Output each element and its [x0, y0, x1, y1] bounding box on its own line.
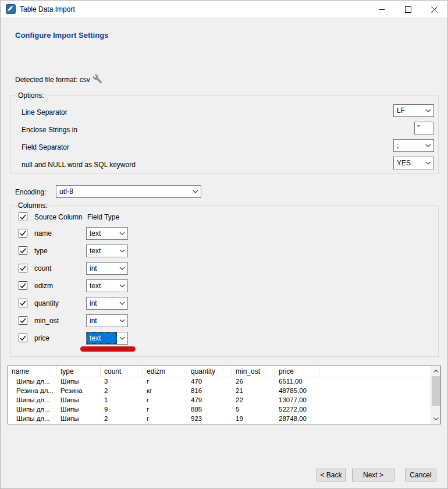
- preview-header-filler: [319, 366, 431, 377]
- column-checkbox-quantity[interactable]: [19, 299, 27, 307]
- enclose-strings-input[interactable]: [414, 122, 434, 134]
- chevron-down-icon: [117, 249, 127, 253]
- preview-header[interactable]: quantity: [187, 366, 232, 377]
- column-checkbox-price[interactable]: [19, 334, 27, 342]
- source-column-header: Source Column: [34, 213, 83, 221]
- column-checkbox-edizm[interactable]: [19, 281, 27, 290]
- null-keyword-select[interactable]: YES: [393, 157, 434, 169]
- chevron-down-icon: [117, 336, 127, 340]
- mysql-dolphin-icon: [6, 4, 16, 14]
- field-type-select-type[interactable]: text: [86, 245, 128, 257]
- chevron-down-icon: [117, 302, 127, 305]
- column-label-type: type: [34, 247, 48, 255]
- select-all-columns-checkbox[interactable]: [19, 212, 27, 221]
- options-group: Options: Line Separator LF Enclose Strin…: [10, 95, 439, 174]
- table-row[interactable]: Шипы дл... Шипы 9 г 885 5 52272,00: [8, 405, 431, 414]
- chevron-down-icon: [117, 319, 127, 323]
- preview-header[interactable]: type: [57, 366, 101, 377]
- line-separator-label: Line Separator: [22, 108, 67, 117]
- red-underline-annotation: [80, 346, 136, 352]
- enclose-strings-label: Enclose Strings in: [22, 126, 77, 134]
- column-label-min-ost: min_ost: [34, 317, 59, 325]
- column-label-quantity: quantity: [34, 299, 59, 307]
- wrench-icon[interactable]: [93, 74, 102, 86]
- column-label-count: count: [34, 264, 51, 272]
- field-type-select-quantity[interactable]: int: [86, 297, 128, 310]
- columns-group: Columns: Source Column Field Type name t…: [10, 205, 439, 357]
- scroll-up-icon[interactable]: [431, 366, 440, 376]
- columns-legend: Columns:: [16, 201, 50, 210]
- field-type-select-count[interactable]: int: [86, 262, 128, 275]
- preview-header[interactable]: price: [275, 366, 319, 377]
- field-type-select-edizm[interactable]: text: [86, 279, 128, 292]
- table-data-import-window: Table Data Import Configure Import Setti…: [0, 0, 448, 489]
- field-separator-label: Field Separator: [22, 143, 69, 152]
- column-checkbox-count[interactable]: [19, 264, 27, 272]
- field-type-select-min-ost[interactable]: int: [86, 314, 128, 327]
- chevron-down-icon: [117, 232, 127, 235]
- column-label-price: price: [34, 334, 49, 342]
- chevron-down-icon: [117, 284, 127, 288]
- null-keyword-label: null and NULL word as SQL keyword: [22, 161, 136, 169]
- preview-header[interactable]: name: [8, 366, 57, 377]
- preview-header[interactable]: count: [101, 366, 143, 377]
- preview-header[interactable]: edizm: [143, 366, 187, 377]
- maximize-button[interactable]: [395, 1, 421, 18]
- line-separator-select[interactable]: LF: [393, 104, 434, 117]
- scroll-down-icon[interactable]: [431, 414, 440, 424]
- table-row[interactable]: Шипы дл... Шипы 3 г 470 26 6511,00: [8, 377, 431, 387]
- minimize-button[interactable]: [369, 1, 395, 18]
- field-type-header: Field Type: [87, 213, 119, 221]
- preview-scrollbar[interactable]: [431, 366, 440, 424]
- field-type-select-name[interactable]: text: [86, 227, 128, 240]
- encoding-label: Encoding:: [15, 188, 46, 196]
- encoding-select[interactable]: utf-8: [56, 185, 201, 198]
- table-row[interactable]: Шипы дл... Шипы 2 г 923 19 28748,00: [8, 414, 431, 424]
- chevron-down-icon: [190, 190, 201, 193]
- data-preview-table: name type count edizm quantity min_ost p…: [8, 366, 441, 424]
- scrollbar-thumb[interactable]: [432, 376, 440, 406]
- column-checkbox-min-ost[interactable]: [19, 316, 27, 325]
- window-title: Table Data Import: [20, 5, 75, 13]
- back-button[interactable]: < Back: [317, 469, 346, 481]
- table-row[interactable]: Шипы дл... Шипы 1 г 479 22 13077,00: [8, 396, 431, 405]
- close-button[interactable]: [421, 1, 447, 18]
- column-checkbox-type[interactable]: [19, 246, 27, 255]
- chevron-down-icon: [117, 267, 127, 270]
- column-label-edizm: edizm: [34, 282, 53, 290]
- column-label-name: name: [34, 229, 52, 238]
- titlebar: Table Data Import: [1, 1, 447, 18]
- field-separator-select[interactable]: ;: [393, 139, 434, 152]
- preview-header[interactable]: min_ost: [232, 366, 275, 377]
- preview-header-row: name type count edizm quantity min_ost p…: [8, 366, 431, 377]
- detected-file-format-label: Detected file format: csv: [15, 76, 90, 84]
- field-type-select-price[interactable]: text: [86, 332, 128, 345]
- next-button[interactable]: Next >: [352, 469, 394, 481]
- chevron-down-icon: [423, 144, 433, 147]
- chevron-down-icon: [423, 109, 433, 112]
- table-row[interactable]: Резина дл... Резина 2 кг 816 21 48785,00: [8, 387, 431, 396]
- cancel-button[interactable]: Cancel: [405, 469, 436, 481]
- chevron-down-icon: [423, 161, 433, 165]
- options-legend: Options:: [16, 91, 47, 100]
- page-title: Configure Import Settings: [15, 31, 108, 40]
- column-checkbox-name[interactable]: [19, 229, 27, 238]
